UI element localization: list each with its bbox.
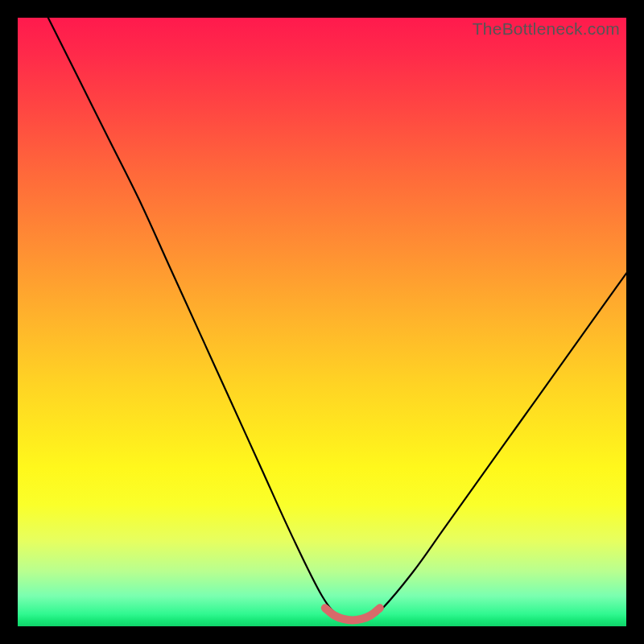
- bottleneck-curve: [48, 18, 626, 621]
- flat-region-highlight: [325, 608, 380, 620]
- plot-area: TheBottleneck.com: [18, 18, 626, 626]
- chart-frame: TheBottleneck.com: [0, 0, 644, 644]
- curve-layer: [18, 18, 626, 626]
